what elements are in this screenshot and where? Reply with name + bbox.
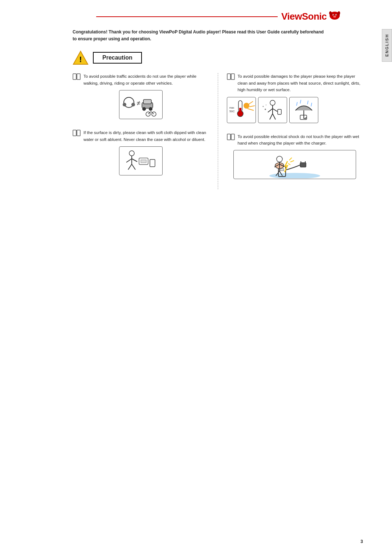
viewsonic-logo-icon (328, 10, 341, 21)
warning-triangle-icon: ! (73, 50, 89, 65)
item-header-damage: To avoid possible damages to the player … (227, 73, 363, 93)
english-sidebar: ENGLISH (382, 29, 392, 62)
svg-line-54 (268, 109, 273, 112)
temperature-illustration: max 50C (227, 97, 256, 123)
svg-point-17 (123, 103, 126, 106)
svg-line-66 (311, 103, 312, 106)
svg-rect-13 (73, 74, 76, 80)
svg-rect-40 (227, 74, 230, 80)
svg-line-36 (132, 164, 135, 170)
dust-illustration (258, 97, 287, 123)
svg-line-84 (289, 158, 292, 160)
precaution-header: ! Precaution (73, 50, 363, 65)
svg-point-7 (336, 15, 337, 16)
page-number: 3 (360, 539, 363, 544)
page-container: ViewSonic ENGLISH (0, 0, 392, 555)
svg-rect-28 (73, 130, 76, 136)
svg-rect-68 (227, 134, 230, 140)
svg-rect-29 (77, 130, 80, 136)
precaution-box: Precaution (93, 52, 142, 64)
logo-area: ViewSonic (73, 11, 363, 22)
svg-text:!: ! (79, 55, 82, 64)
item-header-electrical: To avoid possible electrical shock do no… (227, 133, 363, 147)
svg-rect-41 (231, 74, 234, 80)
svg-rect-39 (150, 159, 155, 167)
svg-rect-45 (239, 108, 241, 114)
svg-text:50C: 50C (229, 110, 235, 113)
svg-point-8 (333, 16, 336, 18)
svg-point-71 (269, 173, 320, 178)
svg-line-50 (248, 109, 254, 110)
precaution-item-traffic: To avoid possible traffic accidents do n… (73, 73, 209, 119)
svg-rect-58 (278, 109, 281, 114)
svg-rect-74 (300, 163, 306, 167)
damage-illustrations: max 50C (227, 97, 363, 123)
svg-point-52 (270, 100, 275, 105)
item-text-dirty: If the surface is dirty, please clean wi… (83, 129, 209, 143)
svg-point-61 (266, 105, 266, 105)
precaution-item-damage: To avoid possible damages to the player … (227, 73, 363, 123)
intro-text: Congratulations! Thank you for choosing … (73, 29, 327, 42)
content-area: To avoid possible traffic accidents do n… (73, 73, 363, 189)
svg-line-56 (270, 114, 273, 119)
svg-text:≠: ≠ (137, 100, 140, 107)
col-right: To avoid possible damages to the player … (218, 73, 363, 189)
item-text-electrical: To avoid possible electrical shock do no… (238, 133, 363, 147)
svg-line-49 (249, 106, 255, 107)
logo-text: ViewSonic (281, 11, 327, 22)
svg-line-57 (273, 114, 275, 119)
svg-line-63 (297, 102, 297, 106)
col-left: To avoid possible traffic accidents do n… (73, 73, 218, 189)
svg-point-6 (333, 15, 334, 16)
svg-point-23 (149, 107, 152, 111)
cleaning-illustration (119, 146, 163, 175)
svg-point-59 (265, 109, 266, 110)
logo-line (96, 16, 278, 17)
rain-illustration (289, 97, 318, 123)
item-text-traffic: To avoid possible traffic accidents do n… (83, 73, 209, 86)
svg-rect-21 (143, 100, 151, 104)
svg-line-34 (132, 159, 137, 162)
svg-point-60 (262, 106, 264, 107)
svg-line-86 (288, 163, 290, 165)
precaution-item-electrical: To avoid possible electrical shock do no… (227, 133, 363, 179)
svg-point-22 (142, 107, 146, 111)
book-icon-damage (227, 73, 235, 80)
traffic-illustration: ≠ (119, 90, 163, 119)
svg-rect-73 (280, 169, 284, 171)
svg-rect-38 (141, 160, 146, 163)
svg-point-51 (244, 103, 249, 109)
book-icon-traffic (73, 73, 81, 80)
item-header-traffic: To avoid possible traffic accidents do n… (73, 73, 209, 86)
svg-line-55 (273, 109, 277, 112)
svg-line-33 (126, 159, 132, 162)
svg-rect-14 (77, 74, 80, 80)
svg-point-18 (131, 103, 135, 106)
svg-line-64 (300, 100, 301, 104)
book-icon-electrical (227, 134, 235, 140)
svg-line-85 (290, 161, 294, 162)
svg-point-78 (277, 156, 282, 162)
item-text-damage: To avoid possible damages to the player … (238, 73, 363, 93)
precaution-item-dirty: If the surface is dirty, please clean wi… (73, 129, 209, 175)
svg-text:max: max (229, 106, 234, 109)
svg-line-65 (307, 101, 308, 104)
item-header-dirty: If the surface is dirty, please clean wi… (73, 129, 209, 143)
svg-line-35 (128, 164, 132, 170)
svg-rect-69 (231, 134, 234, 140)
electrical-illustration (233, 150, 356, 179)
book-icon-dirty (73, 130, 81, 136)
svg-point-31 (129, 151, 134, 156)
